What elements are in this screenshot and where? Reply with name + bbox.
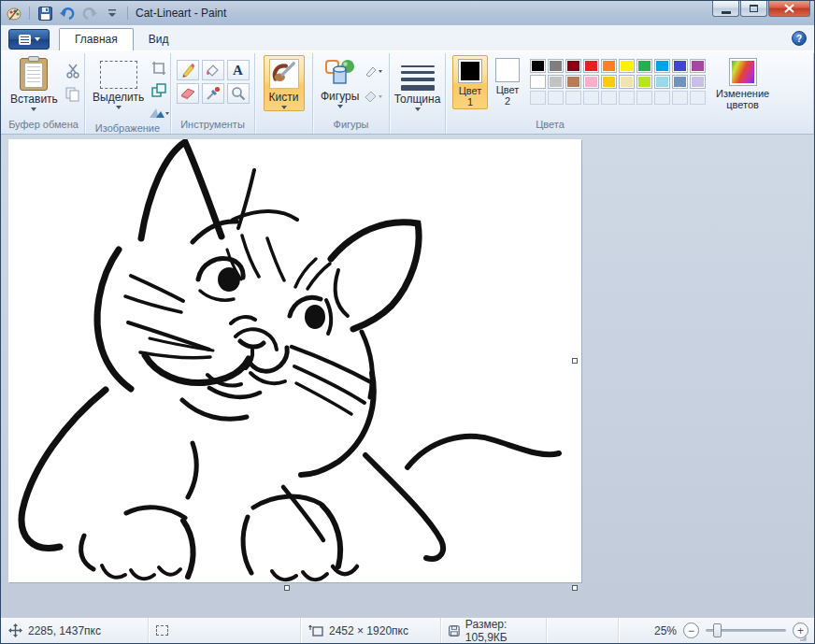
- palette-empty-slot[interactable]: [636, 91, 652, 105]
- palette-empty-slot[interactable]: [654, 91, 670, 105]
- undo-button[interactable]: [58, 4, 77, 22]
- zoom-slider-thumb[interactable]: [713, 623, 722, 637]
- eraser-tool[interactable]: [177, 83, 199, 104]
- zoom-controls: 25% − +: [654, 618, 808, 643]
- redo-button[interactable]: [80, 4, 99, 22]
- qat-customize-dropdown[interactable]: [103, 4, 122, 22]
- work-area: [1, 135, 814, 617]
- size-label: Толщина: [394, 93, 441, 106]
- palette-swatch[interactable]: [619, 59, 635, 73]
- canvas-resize-handle-bottom[interactable]: [284, 585, 290, 591]
- shapes-button[interactable]: Фигуры: [316, 55, 364, 109]
- group-shapes: Фигуры: [313, 53, 390, 134]
- palette-swatch[interactable]: [565, 59, 581, 73]
- canvas-resize-handle-right[interactable]: [572, 358, 578, 364]
- palette-swatch[interactable]: [654, 75, 670, 89]
- shape-outline-button[interactable]: [364, 61, 384, 80]
- chevron-down-icon: [116, 106, 122, 109]
- palette-empty-slot[interactable]: [601, 91, 617, 105]
- titlebar: Cat-Lineart - Paint: [1, 1, 814, 25]
- zoom-slider[interactable]: [706, 629, 786, 632]
- palette-empty-slot[interactable]: [583, 91, 599, 105]
- zoom-out-button[interactable]: −: [683, 623, 699, 638]
- brushes-button[interactable]: Кисти: [264, 55, 305, 111]
- palette-empty-slot[interactable]: [565, 91, 581, 105]
- color1-swatch: [458, 59, 482, 83]
- group-clipboard: Вставить: [3, 53, 85, 134]
- help-button[interactable]: ?: [792, 31, 807, 46]
- cat-drawing: [8, 139, 581, 582]
- tab-view[interactable]: Вид: [134, 29, 184, 50]
- drawing-canvas[interactable]: [8, 139, 581, 582]
- palette-swatch[interactable]: [583, 75, 599, 89]
- palette-swatch[interactable]: [530, 75, 546, 89]
- menu-icon: [19, 35, 31, 45]
- palette-swatch[interactable]: [601, 59, 617, 73]
- chevron-down-icon: [337, 105, 343, 108]
- color1-button[interactable]: Цвет1: [452, 55, 488, 109]
- palette-swatch[interactable]: [690, 59, 706, 73]
- color-picker-tool[interactable]: [202, 83, 224, 104]
- fill-tool[interactable]: [202, 60, 224, 80]
- group-label-colors: Цвета: [449, 119, 810, 134]
- window-resize-grip[interactable]: [797, 632, 807, 641]
- text-tool[interactable]: A: [227, 60, 250, 80]
- palette-empty-slot[interactable]: [690, 91, 706, 105]
- pencil-tool[interactable]: [177, 60, 199, 80]
- cursor-position-icon: [8, 623, 22, 637]
- ribbon: Вставить: [1, 50, 814, 135]
- paste-button[interactable]: Вставить: [6, 55, 63, 112]
- palette-swatch[interactable]: [548, 75, 564, 89]
- palette-swatch[interactable]: [636, 75, 652, 89]
- group-tools: A: [171, 53, 255, 134]
- edit-colors-button[interactable]: Изменениецветов: [711, 55, 774, 111]
- application-menu-button[interactable]: [8, 29, 50, 50]
- size-button[interactable]: Толщина: [390, 55, 446, 112]
- brushes-label: Кисти: [269, 91, 299, 104]
- copy-button[interactable]: [63, 84, 83, 104]
- close-button[interactable]: [768, 1, 810, 17]
- palette-swatch[interactable]: [601, 75, 617, 89]
- edit-colors-icon: [729, 58, 757, 86]
- minimize-button[interactable]: [712, 1, 739, 17]
- palette-swatch[interactable]: [636, 59, 652, 73]
- palette-empty-slot[interactable]: [619, 91, 635, 105]
- palette-swatch[interactable]: [530, 59, 546, 73]
- resize-button[interactable]: [149, 80, 169, 100]
- empty-segment: [547, 618, 619, 643]
- canvas-resize-handle-corner[interactable]: [572, 585, 578, 591]
- crop-button[interactable]: [149, 58, 169, 78]
- palette-swatch[interactable]: [672, 59, 688, 73]
- group-label-tools: Инструменты: [174, 119, 251, 134]
- cut-button[interactable]: [63, 61, 83, 80]
- palette-swatch[interactable]: [565, 75, 581, 89]
- palette-swatch[interactable]: [619, 75, 635, 89]
- save-button[interactable]: [36, 4, 54, 22]
- palette-empty-slot[interactable]: [672, 91, 688, 105]
- rotate-button[interactable]: [149, 103, 169, 122]
- palette-swatch[interactable]: [690, 75, 706, 89]
- canvas-size-icon: [308, 624, 323, 637]
- file-size-icon: [449, 624, 460, 637]
- group-colors: Цвет1 Цвет2: [446, 53, 814, 134]
- group-label-shapes: Фигуры: [316, 119, 386, 134]
- select-button[interactable]: Выделить: [88, 55, 149, 110]
- magnifier-tool[interactable]: [227, 83, 250, 104]
- ribbon-tab-row: Главная Вид ?: [1, 25, 814, 50]
- tab-home[interactable]: Главная: [59, 28, 134, 50]
- palette-swatch[interactable]: [583, 59, 599, 73]
- cursor-position-segment: 2285, 1437пкс: [1, 618, 149, 643]
- palette-empty-slot[interactable]: [530, 91, 546, 105]
- group-label-brushes-empty: [258, 119, 309, 134]
- paint-app-icon[interactable]: [5, 4, 23, 22]
- shape-fill-button[interactable]: [364, 86, 384, 106]
- palette-empty-slot[interactable]: [548, 91, 564, 105]
- color-palette: [530, 59, 706, 105]
- palette-swatch[interactable]: [548, 59, 564, 73]
- maximize-button[interactable]: [740, 1, 767, 17]
- status-bar: 2285, 1437пкс 2452 × 1920пкс Размер: 105…: [1, 617, 814, 643]
- palette-swatch[interactable]: [654, 59, 670, 73]
- palette-swatch[interactable]: [672, 75, 688, 89]
- color2-button[interactable]: Цвет2: [491, 55, 524, 107]
- group-label-image: Изображение: [88, 122, 167, 136]
